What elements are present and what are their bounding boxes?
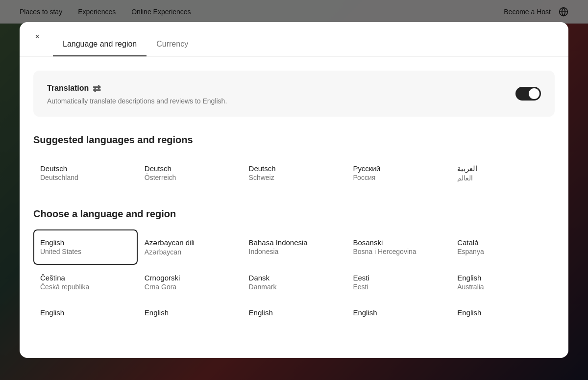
list-item[interactable]: English bbox=[242, 300, 346, 327]
toggle-check-icon: ✓ bbox=[533, 90, 538, 97]
lang-secondary: United States bbox=[40, 248, 131, 255]
translation-label: Translation bbox=[47, 84, 89, 93]
lang-secondary: Deutschland bbox=[40, 174, 131, 181]
translate-icon: ⇄ bbox=[93, 82, 101, 94]
list-item[interactable]: العربية العالم bbox=[450, 155, 555, 191]
list-item[interactable]: English bbox=[138, 300, 242, 327]
list-item[interactable]: Deutsch Deutschland bbox=[33, 155, 138, 191]
lang-secondary: Bosna i Hercegovina bbox=[353, 248, 443, 255]
lang-primary: Deutsch bbox=[40, 164, 131, 173]
lang-secondary: Eesti bbox=[353, 283, 443, 291]
lang-primary: English bbox=[40, 308, 131, 317]
translation-info: Translation ⇄ Automatically translate de… bbox=[47, 82, 227, 105]
list-item[interactable]: Deutsch Österreich bbox=[138, 155, 242, 191]
choose-section: Choose a language and region English Uni… bbox=[33, 208, 555, 327]
lang-secondary: Crna Gora bbox=[145, 283, 235, 291]
modal-body: Translation ⇄ Automatically translate de… bbox=[20, 57, 568, 358]
lang-primary: English bbox=[145, 308, 235, 317]
lang-primary: العربية bbox=[457, 164, 548, 173]
tab-language[interactable]: Language and region bbox=[53, 32, 147, 56]
lang-primary: Crnogorski bbox=[145, 274, 235, 282]
tabs: Language and region Currency bbox=[53, 32, 198, 56]
list-item[interactable]: English bbox=[33, 300, 138, 327]
choose-section-title: Choose a language and region bbox=[33, 208, 555, 220]
suggested-section-title: Suggested languages and regions bbox=[33, 134, 555, 146]
lang-secondary: Espanya bbox=[457, 248, 548, 255]
modal-backdrop[interactable]: × Language and region Currency Translati… bbox=[0, 0, 588, 380]
lang-primary: Azərbaycan dili bbox=[145, 238, 235, 247]
lang-primary: Čeština bbox=[40, 274, 131, 282]
list-item[interactable]: Azərbaycan dili Azərbaycan bbox=[138, 229, 242, 265]
lang-secondary: Indonesia bbox=[249, 248, 340, 255]
lang-secondary: Australia bbox=[457, 283, 548, 291]
lang-primary: English bbox=[249, 308, 340, 317]
translation-toggle[interactable]: ✓ bbox=[515, 87, 541, 101]
close-button[interactable]: × bbox=[29, 29, 45, 45]
lang-primary: Eesti bbox=[353, 274, 443, 282]
lang-primary: English bbox=[457, 308, 548, 317]
tab-currency[interactable]: Currency bbox=[147, 32, 198, 56]
list-item[interactable]: Eesti Eesti bbox=[346, 265, 450, 300]
list-item[interactable]: Русский Россия bbox=[346, 155, 450, 191]
lang-secondary: Россия bbox=[353, 174, 443, 181]
lang-secondary: Schweiz bbox=[249, 174, 340, 181]
lang-primary: English bbox=[40, 238, 131, 247]
lang-primary: Bosanski bbox=[353, 238, 443, 247]
list-item[interactable]: Crnogorski Crna Gora bbox=[138, 265, 242, 300]
lang-primary: Català bbox=[457, 238, 548, 247]
toggle-slider: ✓ bbox=[515, 87, 541, 101]
lang-secondary: Österreich bbox=[145, 174, 235, 181]
list-item[interactable]: English United States bbox=[33, 229, 138, 265]
translation-card: Translation ⇄ Automatically translate de… bbox=[33, 71, 555, 117]
list-item[interactable]: Bahasa Indonesia Indonesia bbox=[242, 229, 346, 265]
modal-header: × Language and region Currency bbox=[20, 22, 568, 57]
lang-secondary: Azərbaycan bbox=[145, 248, 235, 256]
list-item[interactable]: Bosanski Bosna i Hercegovina bbox=[346, 229, 450, 265]
translation-title: Translation ⇄ bbox=[47, 82, 227, 94]
choose-language-grid: English United States Azərbaycan dili Az… bbox=[33, 229, 555, 327]
list-item[interactable]: English bbox=[346, 300, 450, 327]
list-item[interactable]: Čeština Česká republika bbox=[33, 265, 138, 300]
lang-primary: English bbox=[353, 308, 443, 317]
lang-secondary: العالم bbox=[457, 174, 548, 182]
lang-primary: Deutsch bbox=[145, 164, 235, 173]
lang-secondary: Danmark bbox=[249, 283, 340, 291]
lang-primary: Deutsch bbox=[249, 164, 340, 173]
lang-primary: Русский bbox=[353, 164, 443, 173]
lang-primary: Bahasa Indonesia bbox=[249, 238, 340, 247]
list-item[interactable]: English Australia bbox=[450, 265, 555, 300]
suggested-language-grid: Deutsch Deutschland Deutsch Österreich D… bbox=[33, 155, 555, 191]
list-item[interactable]: English bbox=[450, 300, 555, 327]
list-item[interactable]: Català Espanya bbox=[450, 229, 555, 265]
lang-secondary: Česká republika bbox=[40, 283, 131, 291]
modal-dialog: × Language and region Currency Translati… bbox=[20, 22, 568, 358]
suggested-section: Suggested languages and regions Deutsch … bbox=[33, 134, 555, 191]
lang-primary: Dansk bbox=[249, 274, 340, 282]
list-item[interactable]: Deutsch Schweiz bbox=[242, 155, 346, 191]
list-item[interactable]: Dansk Danmark bbox=[242, 265, 346, 300]
lang-primary: English bbox=[457, 274, 548, 282]
translation-description: Automatically translate descriptions and… bbox=[47, 97, 227, 105]
